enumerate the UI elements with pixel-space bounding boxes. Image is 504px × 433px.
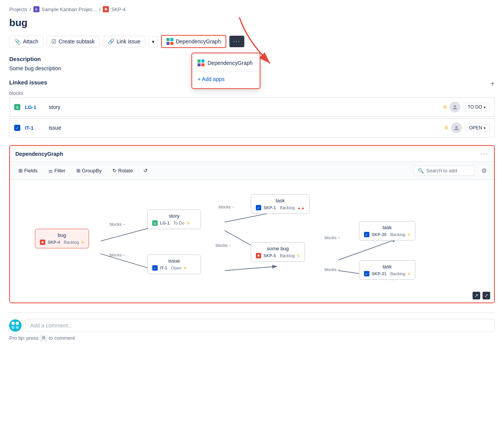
filter-label: Filter: [54, 168, 66, 174]
open-external-button[interactable]: ↗: [473, 292, 480, 299]
dependency-graph-menu-item[interactable]: DependencyGraph: [192, 56, 260, 69]
menu-divider: [192, 71, 260, 71]
settings-button[interactable]: ⚙: [479, 165, 489, 176]
node-status: Backlog: [390, 232, 405, 237]
svg-point-22: [42, 241, 44, 243]
dependency-graph-button[interactable]: DependencyGraph: [161, 35, 226, 48]
svg-text:S: S: [154, 222, 156, 225]
search-icon: 🔍: [418, 168, 424, 174]
link-issue-button[interactable]: 🔗 Link issue: [103, 36, 145, 47]
node-title: bug: [40, 232, 84, 238]
node-title: task: [364, 264, 410, 269]
graph-node-issue[interactable]: issue ✓ IT-1 Open ≡: [147, 255, 201, 274]
issue-id[interactable]: IT-1: [25, 125, 44, 131]
user-avatar: [9, 319, 21, 332]
issue-actions: ≡ OPEN ▾: [445, 122, 490, 133]
create-subtask-label: Create subtask: [59, 38, 95, 45]
linked-issues-title: Linked issues: [9, 79, 47, 86]
subtask-icon: ☑: [51, 38, 56, 45]
groupby-button[interactable]: ⊞ GroupBy: [73, 166, 105, 175]
attach-button[interactable]: 📎 Attach: [9, 36, 43, 47]
pro-tip-suffix: to comment: [49, 335, 75, 341]
dependency-graph-label: DependencyGraph: [176, 38, 221, 45]
dep-graph-more-button[interactable]: ···: [481, 150, 489, 158]
svg-line-18: [225, 266, 277, 271]
pro-tip: Pro tip: press M to comment: [9, 335, 495, 341]
add-apps-menu-item[interactable]: + Add apps: [192, 73, 260, 85]
svg-text:✓: ✓: [365, 272, 368, 276]
project-link[interactable]: Sample Kanban Projec...: [42, 7, 97, 12]
node-status: Backlog: [280, 253, 295, 258]
graph-node-task2[interactable]: task ✓ SKP-30 Backlog ≡: [359, 221, 415, 241]
svg-text:✓: ✓: [16, 126, 19, 130]
dependency-graph-icon: [166, 38, 173, 45]
node-issue-id: SKP-4: [48, 240, 60, 245]
svg-point-12: [455, 126, 458, 128]
bug-type-icon: [40, 240, 45, 245]
rotate-button[interactable]: ↻ Rotate: [109, 166, 136, 175]
svg-text:✓: ✓: [257, 206, 260, 210]
status-badge-open[interactable]: OPEN ▾: [465, 124, 490, 132]
node-status: Backlog: [390, 271, 405, 276]
add-linked-issue-button[interactable]: +: [490, 79, 495, 88]
link-issue-label: Link issue: [117, 38, 140, 45]
graph-node-some-bug[interactable]: some bug SKP-5 Backlog ≡: [251, 242, 305, 262]
breadcrumb: Projects / K Sample Kanban Projec... / S…: [9, 6, 495, 12]
status-label: TO DO: [468, 104, 482, 110]
node-title: story: [152, 213, 196, 219]
graph-node-story[interactable]: story S LG-1 To Do ≡: [147, 210, 201, 229]
graph-node-task1[interactable]: task ✓ SKP-1 Backlog ▲▲: [251, 194, 310, 214]
node-footer: ✓ SKP-30 Backlog ≡: [364, 232, 410, 237]
graph-node-bug[interactable]: bug SKP-4 Backlog ≡: [35, 229, 89, 248]
attach-label: Attach: [23, 38, 38, 45]
task-type-icon: ✓: [152, 265, 158, 271]
projects-link[interactable]: Projects: [9, 7, 27, 12]
toolbar: 📎 Attach ☑ Create subtask 🔗 Link issue ▾…: [9, 35, 495, 48]
pro-tip-key: M: [40, 335, 47, 342]
node-title: issue: [152, 258, 196, 264]
create-subtask-button[interactable]: ☑ Create subtask: [46, 36, 100, 47]
status-badge-todo[interactable]: TO DO ▾: [463, 103, 490, 111]
task-type-icon: ✓: [14, 125, 20, 131]
dropdown-arrow-button[interactable]: ▾: [148, 36, 158, 47]
fields-button[interactable]: ⊞ Fields: [15, 166, 41, 175]
priority-icon: ≡: [445, 124, 448, 131]
node-status: To Do: [173, 221, 184, 225]
graph-node-task3[interactable]: task ✓ SKP-31 Backlog ≡: [359, 260, 415, 280]
linked-issue-row[interactable]: S LG-1 story ≡ TO DO ▾: [9, 98, 495, 117]
fullscreen-button[interactable]: ⤢: [483, 292, 490, 299]
project-icon: K: [33, 6, 40, 12]
dep-graph-title: DependencyGraph: [15, 151, 63, 157]
node-issue-id: SKP-5: [264, 253, 276, 258]
linked-issue-row[interactable]: ✓ IT-1 issue ≡ OPEN ▾: [9, 118, 495, 137]
comment-input[interactable]: Add a comment...: [25, 319, 495, 332]
issue-link[interactable]: SKP-4: [111, 7, 126, 12]
blocks-label: blocks: [9, 90, 495, 96]
svg-text:S: S: [16, 106, 18, 109]
page-title: bug: [9, 17, 495, 29]
svg-point-3: [105, 8, 107, 10]
status-icon: ≡: [184, 265, 186, 271]
story-type-icon: S: [14, 104, 20, 110]
task-type-icon: ✓: [364, 271, 369, 276]
node-title: task: [256, 198, 305, 203]
avatar: [450, 102, 460, 112]
groupby-icon: ⊞: [76, 168, 81, 174]
svg-point-30: [258, 255, 260, 257]
dep-graph-menu-icon: [198, 59, 204, 66]
comment-input-row: Add a comment...: [9, 319, 495, 332]
paperclip-icon: 📎: [14, 38, 21, 45]
filter-button[interactable]: ⚌ Filter: [45, 166, 69, 175]
refresh-button[interactable]: ↺: [140, 166, 151, 175]
node-issue-id: SKP-31: [372, 271, 387, 276]
bug-type-icon: [256, 253, 261, 258]
node-issue-id: IT-1: [160, 266, 167, 270]
search-box[interactable]: 🔍 Search to add: [413, 165, 475, 176]
svg-text:✓: ✓: [365, 233, 368, 237]
status-icon: ≡: [187, 220, 189, 226]
node-status: Backlog: [64, 240, 79, 245]
issue-id[interactable]: LG-1: [25, 104, 44, 110]
more-button[interactable]: ···: [229, 36, 244, 47]
node-footer: S LG-1 To Do ≡: [152, 220, 196, 226]
node-footer: SKP-4 Backlog ≡: [40, 240, 84, 245]
